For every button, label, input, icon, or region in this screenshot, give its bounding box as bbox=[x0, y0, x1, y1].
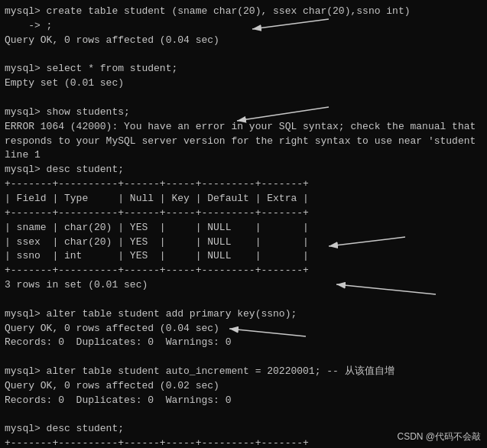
line-25 bbox=[5, 350, 482, 365]
line-15: +-------+----------+------+-----+-------… bbox=[5, 206, 482, 221]
line-8: mysql> show students; bbox=[5, 106, 482, 120]
line-4 bbox=[5, 48, 482, 63]
line-6: Empty set (0.01 sec) bbox=[5, 76, 482, 91]
line-17: | ssex | char(20) | YES | | NULL | | bbox=[5, 235, 482, 250]
line-10: responds to your MySQL server version fo… bbox=[5, 135, 482, 149]
line-7 bbox=[5, 91, 482, 106]
line-22: mysql> alter table student add primary k… bbox=[5, 307, 482, 322]
line-5: mysql> select * from student; bbox=[5, 62, 482, 76]
line-14: | Field | Type | Null | Key | Default | … bbox=[5, 192, 482, 206]
line-1: mysql> create table student (sname char(… bbox=[5, 5, 482, 19]
line-9: ERROR 1064 (42000): You have an error in… bbox=[5, 120, 482, 135]
line-2: -> ; bbox=[5, 19, 482, 34]
line-21 bbox=[5, 293, 482, 307]
line-3: Query OK, 0 rows affected (0.04 sec) bbox=[5, 34, 482, 48]
line-12: mysql> desc student; bbox=[5, 163, 482, 177]
line-29 bbox=[5, 408, 482, 423]
line-20: 3 rows in set (0.01 sec) bbox=[5, 278, 482, 293]
terminal: mysql> create table student (sname char(… bbox=[0, 0, 487, 448]
line-11: line 1 bbox=[5, 148, 482, 163]
line-24: Records: 0 Duplicates: 0 Warnings: 0 bbox=[5, 336, 482, 350]
watermark: CSDN @代码不会敲 bbox=[397, 430, 481, 443]
line-18: | ssno | int | YES | | NULL | | bbox=[5, 249, 482, 264]
line-28: Records: 0 Duplicates: 0 Warnings: 0 bbox=[5, 394, 482, 408]
line-19: +-------+----------+------+-----+-------… bbox=[5, 264, 482, 278]
line-23: Query OK, 0 rows affected (0.04 sec) bbox=[5, 322, 482, 336]
line-27: Query OK, 0 rows affected (0.02 sec) bbox=[5, 379, 482, 394]
line-16: | sname | char(20) | YES | | NULL | | bbox=[5, 221, 482, 235]
line-13: +-------+----------+------+-----+-------… bbox=[5, 177, 482, 192]
line-26: mysql> alter table student auto_incremen… bbox=[5, 365, 482, 379]
